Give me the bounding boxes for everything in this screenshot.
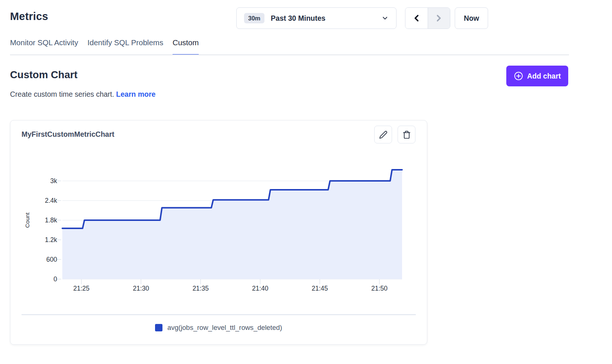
time-step-button-group (405, 7, 450, 29)
page-title: Metrics (10, 10, 48, 23)
legend-swatch[interactable] (155, 324, 162, 331)
x-tick-label: 21:50 (363, 284, 396, 292)
delete-chart-button[interactable] (398, 126, 415, 143)
chevron-right-icon (434, 13, 444, 23)
time-range-label: Past 30 Minutes (271, 14, 325, 23)
x-tick-label: 21:40 (244, 284, 277, 292)
time-series-plot (62, 161, 402, 279)
x-tick-label: 21:45 (303, 284, 336, 292)
y-tick-label: 1.2k (27, 236, 57, 244)
y-tick-label: 600 (27, 255, 57, 264)
now-button[interactable]: Now (455, 7, 488, 29)
previous-range-button[interactable] (405, 8, 428, 29)
x-tick-label: 21:30 (124, 284, 158, 292)
chevron-down-icon (381, 14, 389, 22)
tab-identify-sql-problems[interactable]: Identify SQL Problems (88, 38, 163, 55)
tab-monitor-sql-activity[interactable]: Monitor SQL Activity (10, 38, 78, 55)
trash-icon (402, 130, 411, 139)
y-tick-label: 0 (27, 275, 57, 283)
y-tick-label: 1.8k (27, 216, 57, 224)
chart-legend: avg(jobs_row_level_ttl_rows_deleted) (10, 324, 427, 332)
time-range-badge: 30m (244, 13, 264, 24)
chevron-left-icon (411, 13, 422, 23)
edit-chart-button[interactable] (374, 126, 392, 143)
next-range-button[interactable] (428, 8, 450, 29)
time-range-dropdown[interactable]: 30m Past 30 Minutes (236, 7, 397, 29)
chart-canvas (62, 161, 402, 279)
pencil-icon (379, 130, 388, 139)
y-tick-label: 2.4k (27, 196, 57, 205)
tab-custom[interactable]: Custom (172, 38, 199, 55)
legend-label[interactable]: avg(jobs_row_level_ttl_rows_deleted) (167, 324, 282, 332)
add-chart-button[interactable]: Add chart (506, 66, 568, 86)
custom-chart-card: MyFirstCustomMetricChart Count 06001.2k1… (10, 120, 427, 345)
x-tick-label: 21:25 (65, 284, 98, 292)
chart-title: MyFirstCustomMetricChart (22, 130, 114, 139)
tabs-divider (10, 54, 569, 55)
section-subtitle: Create custom time series chart. Learn m… (10, 90, 155, 99)
metrics-tabs: Monitor SQL Activity Identify SQL Proble… (10, 38, 199, 55)
legend-divider (22, 314, 416, 315)
y-tick-label: 3k (27, 177, 57, 185)
plus-circle-icon (514, 71, 523, 81)
section-title: Custom Chart (10, 69, 78, 81)
subtitle-text: Create custom time series chart. (10, 90, 114, 98)
x-tick-label: 21:35 (184, 284, 217, 292)
learn-more-link[interactable]: Learn more (116, 90, 155, 98)
add-chart-label: Add chart (527, 72, 561, 80)
